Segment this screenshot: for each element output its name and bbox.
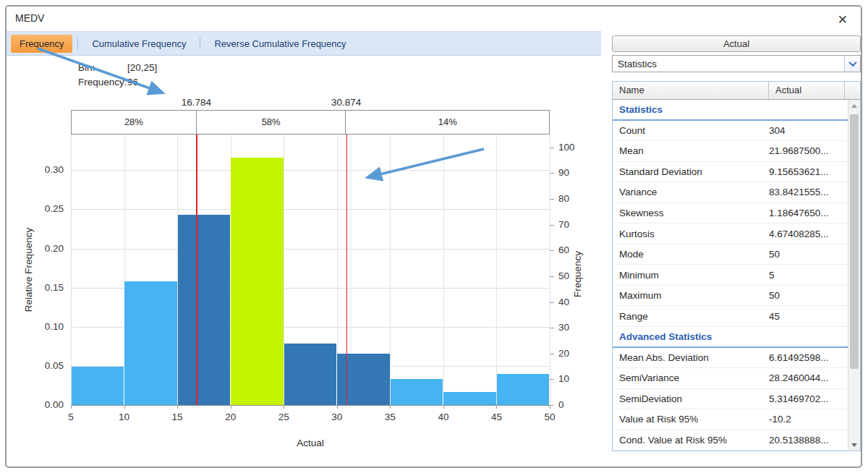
y-axis-tick-left: 0.15 <box>7 282 64 293</box>
y-axis-tick-right: 60 <box>558 244 569 255</box>
horizontal-gridline <box>71 249 550 250</box>
dropdown-button[interactable] <box>844 56 860 72</box>
scroll-up-icon[interactable] <box>848 100 860 111</box>
y-axis-tick-mark-right <box>550 302 554 303</box>
table-row: Minimum5 <box>613 265 848 286</box>
percentile-segment-label: 28% <box>72 111 197 134</box>
vertical-gridline <box>550 135 550 405</box>
scrollbar-thumb[interactable] <box>850 114 859 369</box>
statistics-table: Name Actual StatisticsCount304Mean21.968… <box>612 81 861 451</box>
table-row: Mode50 <box>613 244 848 265</box>
stat-name: Range <box>613 311 769 322</box>
histogram-bar[interactable] <box>284 344 337 405</box>
table-row: Cond. Value at Risk 95%20.5138888... <box>613 430 848 451</box>
stat-value: 20.5138888... <box>769 435 848 446</box>
y-axis-tick-mark-right <box>550 173 554 174</box>
horizontal-gridline <box>71 209 550 210</box>
stat-name: SemiVariance <box>613 372 769 383</box>
stat-value: 9.15653621... <box>769 166 848 177</box>
x-axis-tick-mark <box>71 405 72 409</box>
y-axis-tick-mark-right <box>550 276 554 277</box>
stat-value: 83.8421555... <box>769 187 848 197</box>
table-row: Variance83.8421555... <box>613 182 848 203</box>
x-axis-tick: 25 <box>278 412 289 422</box>
table-row: Range45 <box>613 306 848 327</box>
y-axis-tick-right: 30 <box>558 322 569 333</box>
stat-name: Value at Risk 95% <box>613 414 769 425</box>
histogram-bar[interactable] <box>72 367 124 405</box>
stat-name: Mean Abs. Deviation <box>613 352 769 363</box>
x-axis-tick: 45 <box>491 412 502 422</box>
stat-value: 1.18647650... <box>769 208 848 218</box>
threshold-value-label: 16.784 <box>182 97 211 108</box>
stat-name: Cond. Value at Risk 95% <box>613 435 769 446</box>
bin-tooltip-label: Bin: <box>78 62 127 73</box>
x-axis-tick: 40 <box>438 412 448 422</box>
y-axis-tick-mark-right <box>550 354 554 354</box>
x-axis-tick-mark <box>337 405 338 409</box>
x-axis-tick-mark <box>550 405 550 409</box>
y-axis-tick-mark-right <box>550 328 554 328</box>
medv-dialog: MEDV ✕ Frequency Cumulative Frequency Re… <box>5 5 862 468</box>
frequency-tooltip-row: Frequency: 96 <box>78 77 138 88</box>
table-row: Value at Risk 95%-10.2 <box>613 409 848 430</box>
x-axis-tick-mark <box>124 405 125 409</box>
x-axis-tick-mark <box>177 405 178 409</box>
y-axis-tick-left: 0.25 <box>7 203 64 214</box>
scroll-down-icon[interactable] <box>848 439 860 451</box>
x-axis-tick: 35 <box>385 412 396 422</box>
column-header-name[interactable]: Name <box>613 82 769 99</box>
x-axis-tick: 5 <box>68 412 74 422</box>
stat-value: 304 <box>769 125 848 136</box>
bin-tooltip-value: [20,25] <box>127 62 157 73</box>
y-axis-tick-left: 0.10 <box>7 321 64 332</box>
statistics-dropdown[interactable]: Statistics <box>612 55 861 72</box>
threshold-line[interactable] <box>346 135 348 405</box>
x-axis-tick: 10 <box>119 412 129 422</box>
x-axis-tick: 30 <box>331 412 342 422</box>
y-axis-tick-left: 0.00 <box>7 399 64 410</box>
histogram-bar[interactable] <box>337 354 390 405</box>
frequency-tooltip-label: Frequency: <box>78 77 127 88</box>
table-row: Standard Deviation9.15653621... <box>613 162 848 183</box>
stat-value: 6.61492598... <box>769 352 848 363</box>
x-axis-tick-mark <box>443 405 444 409</box>
x-axis-title: Actual <box>71 438 550 448</box>
percentile-segment-label: 14% <box>346 111 549 134</box>
horizontal-gridline <box>71 170 550 171</box>
stat-value: 50 <box>769 290 848 301</box>
y-axis-tick-right: 40 <box>558 297 569 307</box>
stat-name: Count <box>613 125 769 136</box>
histogram-bar[interactable] <box>124 281 177 405</box>
x-axis-tick-mark <box>390 405 391 409</box>
y-axis-tick-mark-right <box>550 225 554 226</box>
histogram-bar[interactable] <box>231 158 284 405</box>
histogram-plot <box>71 135 550 405</box>
table-scrollbar[interactable] <box>848 100 860 451</box>
panel-header-actual-button[interactable]: Actual <box>612 35 861 52</box>
table-row: Skewness1.18647650... <box>613 203 848 224</box>
stat-name: Standard Deviation <box>613 166 769 177</box>
y-axis-tick-mark-right <box>550 199 554 200</box>
stat-value: -10.2 <box>769 414 848 425</box>
table-row: Mean Abs. Deviation6.61492598... <box>613 348 848 369</box>
stat-value: 5 <box>769 270 848 281</box>
histogram-bar[interactable] <box>497 374 550 405</box>
y-axis-tick-right: 50 <box>558 270 569 281</box>
table-row: Mean21.9687500... <box>613 141 848 162</box>
vertical-gridline <box>443 135 444 405</box>
stat-name: Minimum <box>613 270 769 281</box>
threshold-line[interactable] <box>196 135 197 405</box>
histogram-bar[interactable] <box>443 392 496 405</box>
stat-value: 5.31469702... <box>769 393 848 404</box>
histogram-bar[interactable] <box>178 215 231 406</box>
table-header: Name Actual <box>613 82 860 100</box>
y-axis-tick-right: 70 <box>558 219 569 230</box>
x-axis-tick-mark <box>231 405 231 409</box>
table-row: SemiDeviation5.31469702... <box>613 389 848 410</box>
x-axis-tick-mark <box>284 405 284 409</box>
histogram-bar[interactable] <box>391 379 443 405</box>
vertical-gridline <box>71 135 72 405</box>
table-section-header: Advanced Statistics <box>613 327 848 348</box>
column-header-actual[interactable]: Actual <box>769 82 845 99</box>
